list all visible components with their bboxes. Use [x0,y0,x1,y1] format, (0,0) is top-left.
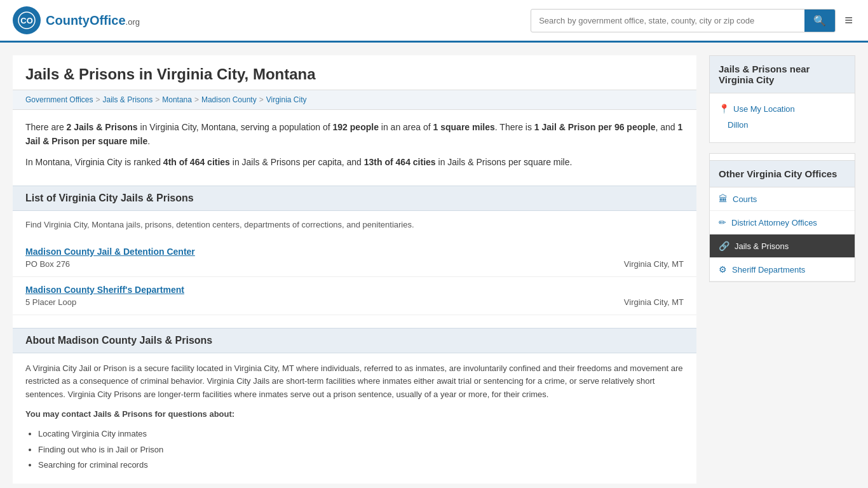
district-attorney-label: District Attorney Offices [731,218,817,227]
ratio-per-people: 1 Jail & Prison per 96 people [534,122,656,132]
other-offices-heading: Other Virginia City Offices [710,160,855,187]
main-container: Jails & Prisons in Virginia City, Montan… [0,43,868,488]
sidebar-other-offices-box: Other Virginia City Offices 🏛 Courts ✏ D… [709,153,855,282]
sidebar-dillon: Dillon [719,118,846,136]
search-input[interactable] [531,11,804,30]
breadcrumb: Government Offices > Jails & Prisons > M… [13,90,696,110]
logo-text: CountyOffice.org [46,13,140,28]
contact-list: Locating Virginia City inmates Finding o… [38,428,684,472]
header-right: 🔍 ≡ [531,9,855,32]
search-button[interactable]: 🔍 [804,10,835,32]
breadcrumb-gov-offices[interactable]: Government Offices [25,95,93,104]
spacer [13,315,696,328]
breadcrumb-montana[interactable]: Montana [162,95,192,104]
use-my-location-link[interactable]: Use My Location [733,104,795,114]
jail-address-2: 5 Placer Loop [25,297,76,307]
breadcrumb-jails-prisons[interactable]: Jails & Prisons [103,95,153,104]
jail-details-1: PO Box 276 Virginia City, MT [25,259,684,269]
stats-paragraph-1: There are 2 Jails & Prisons in Virginia … [25,120,684,149]
logo-icon: CO [13,6,41,34]
courts-icon: 🏛 [719,194,728,204]
sidebar-nearby-heading: Jails & Prisons near Virginia City [710,56,855,93]
about-paragraph: A Virginia City Jail or Prison is a secu… [25,362,684,402]
jail-link-2[interactable]: Madison County Sheriff's Department [25,285,184,295]
sidebar-nearby-box: Jails & Prisons near Virginia City 📍 Use… [709,55,855,143]
rank-capita: 4th of 464 cities [163,157,230,167]
list-description: Find Virginia City, Montana jails, priso… [13,211,696,239]
sidebar: Jails & Prisons near Virginia City 📍 Use… [709,55,855,484]
jails-prisons-icon: 🔗 [719,241,729,251]
stats-section: There are 2 Jails & Prisons in Virginia … [13,110,696,186]
breadcrumb-madison-county[interactable]: Madison County [201,95,257,104]
logo[interactable]: CO CountyOffice.org [13,6,140,34]
sidebar-district-attorney-link[interactable]: ✏ District Attorney Offices [710,211,855,234]
area: 1 square miles [433,122,495,132]
content-area: Jails & Prisons in Virginia City, Montan… [13,55,696,484]
courts-label: Courts [733,194,757,204]
breadcrumb-sep-2: > [155,95,159,104]
contact-item-2: Finding out who is in Jail or Prison [38,444,684,457]
contact-heading: You may contact Jails & Prisons for ques… [25,408,684,421]
dillon-link[interactable]: Dillon [728,120,749,130]
district-attorney-icon: ✏ [719,217,726,227]
breadcrumb-sep-1: > [96,95,100,104]
sidebar-nearby-content: 📍 Use My Location Dillon [710,93,855,142]
hamburger-menu-icon[interactable]: ≡ [842,10,855,31]
breadcrumb-sep-4: > [259,95,264,104]
sheriff-label: Sheriff Departments [732,265,805,274]
jail-city-2: Virginia City, MT [624,297,684,307]
jail-address-1: PO Box 276 [25,259,70,269]
sheriff-icon: ⚙ [719,264,727,274]
jail-item-1: Madison County Jail & Detention Center P… [13,239,696,277]
stats-paragraph-2: In Montana, Virginia City is ranked 4th … [25,155,684,169]
sidebar-courts-link[interactable]: 🏛 Courts [710,187,855,211]
jail-details-2: 5 Placer Loop Virginia City, MT [25,297,684,307]
breadcrumb-sep-3: > [194,95,199,104]
page-title: Jails & Prisons in Virginia City, Montan… [13,55,696,90]
population: 192 people [333,122,379,132]
site-header: CO CountyOffice.org 🔍 ≡ [0,0,868,43]
jail-link-1[interactable]: Madison County Jail & Detention Center [25,247,195,257]
jails-count: 2 Jails & Prisons [67,122,138,132]
breadcrumb-virginia-city[interactable]: Virginia City [266,95,307,104]
location-pin-icon: 📍 [719,104,729,114]
jails-prisons-label: Jails & Prisons [735,241,789,251]
about-text: A Virginia City Jail or Prison is a secu… [13,353,696,484]
list-section-header: List of Virginia City Jails & Prisons [13,186,696,211]
contact-item-3: Searching for criminal records [38,459,684,472]
contact-item-1: Locating Virginia City inmates [38,428,684,441]
sidebar-sheriff-departments-link[interactable]: ⚙ Sheriff Departments [710,258,855,281]
sidebar-jails-prisons-link[interactable]: 🔗 Jails & Prisons [710,234,855,258]
about-section-header: About Madison County Jails & Prisons [13,328,696,353]
search-icon: 🔍 [813,15,826,26]
svg-text:CO: CO [20,16,33,25]
rank-mile: 13th of 464 cities [364,157,436,167]
jail-city-1: Virginia City, MT [624,259,684,269]
use-my-location-row[interactable]: 📍 Use My Location [719,100,846,118]
search-bar[interactable]: 🔍 [531,9,836,32]
jail-item-2: Madison County Sheriff's Department 5 Pl… [13,277,696,315]
